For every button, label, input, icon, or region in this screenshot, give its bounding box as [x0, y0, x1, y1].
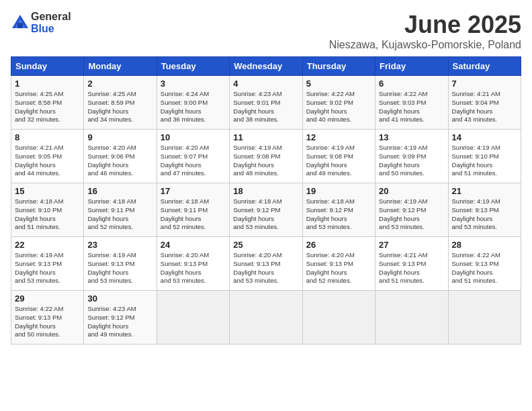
day-info: Sunrise: 4:23 AM Sunset: 9:01 PM Dayligh…: [233, 90, 298, 124]
calendar-day: 30 Sunrise: 4:23 AM Sunset: 9:12 PM Dayl…: [84, 291, 157, 345]
day-number: 19: [306, 186, 371, 196]
day-info: Sunrise: 4:18 AM Sunset: 9:11 PM Dayligh…: [161, 197, 226, 232]
day-info: Sunrise: 4:19 AM Sunset: 9:13 PM Dayligh…: [87, 251, 152, 285]
calendar-row: 15 Sunrise: 4:18 AM Sunset: 9:10 PM Dayl…: [11, 183, 521, 237]
calendar-day: [230, 291, 302, 345]
day-info: Sunrise: 4:20 AM Sunset: 9:13 PM Dayligh…: [306, 251, 371, 285]
day-number: 27: [379, 240, 444, 250]
day-info: Sunrise: 4:19 AM Sunset: 9:08 PM Dayligh…: [306, 144, 371, 178]
calendar-day: 19 Sunrise: 4:18 AM Sunset: 9:12 PM Dayl…: [302, 183, 375, 237]
calendar-row: 22 Sunrise: 4:19 AM Sunset: 9:13 PM Dayl…: [11, 237, 521, 291]
day-number: 1: [15, 79, 80, 89]
day-number: 2: [87, 79, 152, 89]
logo: General Blue: [11, 11, 71, 35]
day-info: Sunrise: 4:19 AM Sunset: 9:09 PM Dayligh…: [379, 144, 444, 178]
day-number: 4: [233, 79, 298, 89]
day-number: 20: [379, 186, 444, 196]
day-info: Sunrise: 4:25 AM Sunset: 8:58 PM Dayligh…: [15, 90, 80, 124]
day-number: 7: [452, 79, 517, 89]
day-number: 10: [161, 132, 226, 142]
calendar-day: 10 Sunrise: 4:20 AM Sunset: 9:07 PM Dayl…: [157, 130, 229, 183]
header-monday: Monday: [84, 57, 157, 76]
calendar-subtitle: Nieszawa, Kujawsko-Pomorskie, Poland: [329, 39, 521, 51]
day-number: 29: [15, 293, 80, 304]
calendar-day: [375, 291, 448, 345]
day-info: Sunrise: 4:19 AM Sunset: 9:08 PM Dayligh…: [233, 144, 298, 178]
calendar-day: 1 Sunrise: 4:25 AM Sunset: 8:58 PM Dayli…: [11, 76, 84, 130]
day-number: 17: [161, 186, 226, 196]
day-info: Sunrise: 4:21 AM Sunset: 9:13 PM Dayligh…: [379, 251, 444, 285]
day-number: 22: [15, 240, 80, 250]
day-number: 24: [161, 240, 226, 250]
calendar-day: 7 Sunrise: 4:21 AM Sunset: 9:04 PM Dayli…: [448, 76, 521, 130]
calendar-day: 24 Sunrise: 4:20 AM Sunset: 9:13 PM Dayl…: [157, 237, 229, 291]
day-number: 5: [306, 79, 371, 89]
calendar-day: 11 Sunrise: 4:19 AM Sunset: 9:08 PM Dayl…: [230, 130, 302, 183]
calendar-row: 8 Sunrise: 4:21 AM Sunset: 9:05 PM Dayli…: [11, 130, 521, 183]
calendar-day: 12 Sunrise: 4:19 AM Sunset: 9:08 PM Dayl…: [302, 130, 375, 183]
day-number: 23: [87, 240, 152, 250]
calendar-day: 4 Sunrise: 4:23 AM Sunset: 9:01 PM Dayli…: [230, 76, 302, 130]
day-info: Sunrise: 4:24 AM Sunset: 9:00 PM Dayligh…: [161, 90, 226, 124]
header-friday: Friday: [375, 57, 448, 76]
calendar-day: 28 Sunrise: 4:22 AM Sunset: 9:13 PM Dayl…: [448, 237, 521, 291]
day-info: Sunrise: 4:18 AM Sunset: 9:12 PM Dayligh…: [306, 197, 371, 232]
calendar-day: 3 Sunrise: 4:24 AM Sunset: 9:00 PM Dayli…: [157, 76, 229, 130]
calendar-day: 8 Sunrise: 4:21 AM Sunset: 9:05 PM Dayli…: [11, 130, 84, 183]
day-info: Sunrise: 4:22 AM Sunset: 9:13 PM Dayligh…: [15, 305, 80, 339]
day-info: Sunrise: 4:18 AM Sunset: 9:12 PM Dayligh…: [233, 197, 298, 232]
day-number: 14: [452, 132, 517, 142]
day-info: Sunrise: 4:18 AM Sunset: 9:11 PM Dayligh…: [87, 197, 152, 232]
day-number: 8: [15, 132, 80, 142]
calendar-day: 16 Sunrise: 4:18 AM Sunset: 9:11 PM Dayl…: [84, 183, 157, 237]
calendar-day: 5 Sunrise: 4:22 AM Sunset: 9:02 PM Dayli…: [302, 76, 375, 130]
calendar-row: 29 Sunrise: 4:22 AM Sunset: 9:13 PM Dayl…: [11, 291, 521, 345]
day-number: 21: [452, 186, 517, 196]
page-header: General Blue June 2025 Nieszawa, Kujawsk…: [11, 11, 521, 51]
calendar-day: [302, 291, 375, 345]
header-sunday: Sunday: [11, 57, 84, 76]
day-info: Sunrise: 4:21 AM Sunset: 9:05 PM Dayligh…: [15, 144, 80, 178]
calendar-table: Sunday Monday Tuesday Wednesday Thursday…: [11, 56, 521, 345]
logo-icon: [11, 13, 30, 32]
calendar-day: 2 Sunrise: 4:25 AM Sunset: 8:59 PM Dayli…: [84, 76, 157, 130]
day-info: Sunrise: 4:20 AM Sunset: 9:06 PM Dayligh…: [87, 144, 152, 178]
calendar-day: 26 Sunrise: 4:20 AM Sunset: 9:13 PM Dayl…: [302, 237, 375, 291]
header-thursday: Thursday: [302, 57, 375, 76]
day-info: Sunrise: 4:21 AM Sunset: 9:04 PM Dayligh…: [452, 90, 517, 124]
day-number: 25: [233, 240, 298, 250]
header-saturday: Saturday: [448, 57, 521, 76]
day-number: 16: [87, 186, 152, 196]
calendar-day: 22 Sunrise: 4:19 AM Sunset: 9:13 PM Dayl…: [11, 237, 84, 291]
day-number: 6: [379, 79, 444, 89]
calendar-day: 15 Sunrise: 4:18 AM Sunset: 9:10 PM Dayl…: [11, 183, 84, 237]
calendar-row: 1 Sunrise: 4:25 AM Sunset: 8:58 PM Dayli…: [11, 76, 521, 130]
day-info: Sunrise: 4:22 AM Sunset: 9:13 PM Dayligh…: [452, 251, 517, 285]
svg-rect-2: [17, 23, 23, 28]
day-info: Sunrise: 4:19 AM Sunset: 9:10 PM Dayligh…: [452, 144, 517, 178]
calendar-title: June 2025: [329, 11, 521, 39]
day-info: Sunrise: 4:18 AM Sunset: 9:10 PM Dayligh…: [15, 197, 80, 232]
day-info: Sunrise: 4:22 AM Sunset: 9:02 PM Dayligh…: [306, 90, 371, 124]
calendar-day: [157, 291, 229, 345]
day-number: 28: [452, 240, 517, 250]
day-info: Sunrise: 4:20 AM Sunset: 9:07 PM Dayligh…: [161, 144, 226, 178]
day-info: Sunrise: 4:20 AM Sunset: 9:13 PM Dayligh…: [233, 251, 298, 285]
logo-general: General: [31, 11, 71, 22]
day-info: Sunrise: 4:25 AM Sunset: 8:59 PM Dayligh…: [87, 90, 152, 124]
day-info: Sunrise: 4:20 AM Sunset: 9:13 PM Dayligh…: [161, 251, 226, 285]
day-info: Sunrise: 4:19 AM Sunset: 9:13 PM Dayligh…: [15, 251, 80, 285]
calendar-day: 9 Sunrise: 4:20 AM Sunset: 9:06 PM Dayli…: [84, 130, 157, 183]
calendar-day: 6 Sunrise: 4:22 AM Sunset: 9:03 PM Dayli…: [375, 76, 448, 130]
header-wednesday: Wednesday: [230, 57, 302, 76]
day-number: 18: [233, 186, 298, 196]
day-number: 15: [15, 186, 80, 196]
calendar-day: 25 Sunrise: 4:20 AM Sunset: 9:13 PM Dayl…: [230, 237, 302, 291]
calendar-day: 20 Sunrise: 4:19 AM Sunset: 9:12 PM Dayl…: [375, 183, 448, 237]
day-number: 12: [306, 132, 371, 142]
day-info: Sunrise: 4:19 AM Sunset: 9:13 PM Dayligh…: [452, 197, 517, 232]
header-row: Sunday Monday Tuesday Wednesday Thursday…: [11, 57, 521, 76]
day-info: Sunrise: 4:23 AM Sunset: 9:12 PM Dayligh…: [87, 305, 152, 339]
day-number: 13: [379, 132, 444, 142]
day-number: 3: [161, 79, 226, 89]
